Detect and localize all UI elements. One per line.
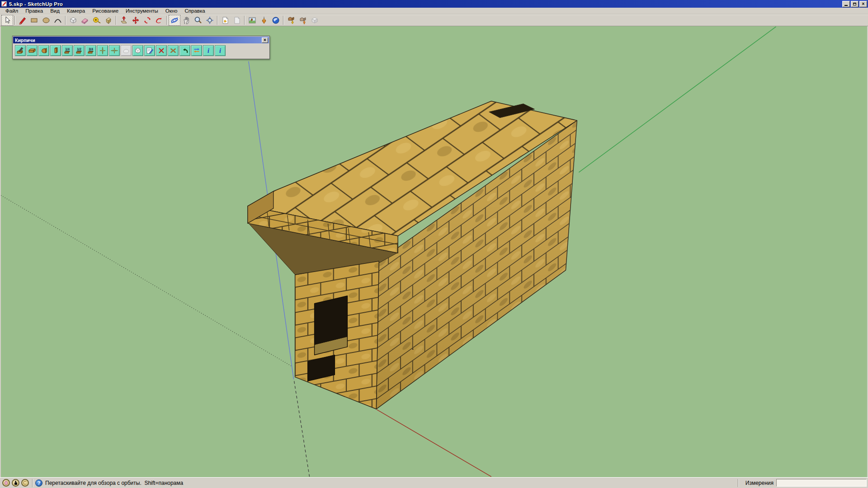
horizontal-center-button[interactable] xyxy=(109,45,120,56)
push-pull-icon xyxy=(119,16,128,25)
menu-item-edit[interactable]: Правка xyxy=(22,8,47,14)
tool-share-model-button[interactable] xyxy=(297,15,309,26)
swap-direction-button[interactable] xyxy=(191,45,202,56)
tool-previous-view-button[interactable] xyxy=(219,15,231,26)
next-view-icon xyxy=(232,16,241,25)
question-mark-icon: ? xyxy=(38,480,41,486)
undo-icon xyxy=(181,47,189,55)
follow-me-icon xyxy=(155,16,164,25)
tool-toggle-terrain-button[interactable] xyxy=(258,15,270,26)
axis-green-positive xyxy=(579,27,776,172)
svg-text:i: i xyxy=(219,47,221,54)
circle-icon xyxy=(42,16,51,25)
help-button[interactable]: ? xyxy=(35,479,42,487)
svg-text:1/2: 1/2 xyxy=(77,47,81,51)
tool-next-view-button[interactable] xyxy=(231,15,243,26)
brick-model[interactable] xyxy=(248,101,577,409)
info-icon: i xyxy=(204,47,212,55)
tool-get-current-view-button[interactable] xyxy=(246,15,258,26)
tool-zoom-extents-button[interactable] xyxy=(204,15,216,26)
cut-disabled-icon xyxy=(157,47,165,55)
pan-hand-icon xyxy=(182,16,191,25)
tool-rectangle-button[interactable] xyxy=(28,15,40,26)
edit-notes-button[interactable] xyxy=(144,45,155,56)
menu-item-draw[interactable]: Рисование xyxy=(89,8,122,14)
tool-rotate-button[interactable] xyxy=(142,15,153,26)
claim-credit-button[interactable] xyxy=(21,479,29,487)
zoom-icon xyxy=(193,16,203,25)
title-bar[interactable]: 5.skp - SketchUp Pro × xyxy=(0,0,868,8)
tool-circle-button[interactable] xyxy=(40,15,52,26)
tool-tape-measure-button[interactable] xyxy=(91,15,103,26)
menu-item-window[interactable]: Окно xyxy=(162,8,181,14)
whole-brick-button[interactable] xyxy=(27,45,38,56)
info-button[interactable]: i xyxy=(203,45,214,56)
vertical-center-button[interactable] xyxy=(97,45,108,56)
delete-brick-button[interactable] xyxy=(168,45,179,56)
brick-master-button[interactable] xyxy=(15,45,26,56)
minimize-button[interactable] xyxy=(842,1,850,7)
rounded-brick-button[interactable] xyxy=(38,45,49,56)
restore-button[interactable] xyxy=(851,1,859,7)
tool-google-earth-button[interactable] xyxy=(270,15,282,26)
paint-bucket-icon xyxy=(104,16,113,25)
tape-measure-icon xyxy=(92,16,101,25)
tool-follow-me-button[interactable] xyxy=(153,15,165,26)
info-alt-button[interactable]: i xyxy=(215,45,226,56)
component-box-icon xyxy=(69,16,78,25)
upright-brick-button[interactable] xyxy=(50,45,61,56)
cut-disabled-button[interactable] xyxy=(156,45,167,56)
tool-arc-button[interactable] xyxy=(52,15,64,26)
info-alt-icon: i xyxy=(216,47,224,55)
menu-item-help[interactable]: Справка xyxy=(181,8,209,14)
undo-button[interactable] xyxy=(179,45,190,56)
tool-eraser-button[interactable] xyxy=(79,15,91,26)
statusbar-separator xyxy=(738,479,739,487)
model-firebox-opening[interactable] xyxy=(315,296,348,345)
status-hint-text: Перетаскивайте для обзора с орбиты. Shif… xyxy=(45,480,736,486)
svg-text:3/4: 3/4 xyxy=(89,47,93,51)
select-icon xyxy=(3,16,12,25)
bricks-toolbar-close-button[interactable]: × xyxy=(262,38,268,43)
tool-push-pull-button[interactable] xyxy=(118,15,130,26)
half-brick-button[interactable]: 1/2 xyxy=(74,45,85,56)
measurements-label: Измерения xyxy=(745,480,774,486)
viewport-canvas[interactable] xyxy=(1,26,867,477)
toolbar-separator xyxy=(217,16,218,25)
menu-bar: Файл Правка Вид Камера Рисование Инструм… xyxy=(0,8,868,14)
axis-red-positive xyxy=(377,409,491,477)
three-quarter-brick-button[interactable]: 3/4 xyxy=(85,45,96,56)
credit-attribution-button[interactable] xyxy=(12,479,19,487)
rotate-icon xyxy=(143,16,152,25)
tool-select-button[interactable] xyxy=(1,15,13,26)
quarter-brick-button[interactable]: 1/4 xyxy=(62,45,73,56)
tool-zoom-button[interactable] xyxy=(192,15,204,26)
arc-icon xyxy=(53,16,62,25)
close-button[interactable]: × xyxy=(859,1,867,7)
tool-paint-bucket-button[interactable] xyxy=(103,15,114,26)
axis-blue-negative-dashed xyxy=(294,381,310,477)
bricks-toolbar-titlebar[interactable]: Кирпичи × xyxy=(13,37,269,43)
wireframe-box-button[interactable] xyxy=(132,45,143,56)
horizontal-center-icon xyxy=(110,47,118,55)
bricks-toolbar-buttons: 1/4 1/2 3/4 xyxy=(13,43,269,58)
delete-brick-icon xyxy=(169,47,177,55)
tool-move-button[interactable] xyxy=(130,15,142,26)
sketchup-logo-icon xyxy=(1,1,7,7)
mortar-disabled-button[interactable] xyxy=(121,45,132,56)
tool-pan-button[interactable] xyxy=(180,15,192,26)
toolbar-separator xyxy=(14,16,15,25)
menu-item-view[interactable]: Вид xyxy=(47,8,63,14)
rounded-brick-icon xyxy=(40,47,48,55)
bricks-toolbar-title: Кирпичи xyxy=(15,38,262,43)
menu-item-file[interactable]: Файл xyxy=(2,8,22,14)
measurements-input[interactable] xyxy=(776,479,867,487)
menu-item-tools[interactable]: Инструменты xyxy=(122,8,162,14)
geolocation-status-button[interactable] xyxy=(2,479,10,487)
menu-item-camera[interactable]: Камера xyxy=(63,8,89,14)
tool-get-models-button[interactable] xyxy=(285,15,297,26)
tool-make-component-button[interactable] xyxy=(67,15,79,26)
tool-line-button[interactable] xyxy=(17,15,28,26)
tool-model-box-button[interactable] xyxy=(309,15,321,26)
tool-orbit-button[interactable] xyxy=(169,15,180,26)
